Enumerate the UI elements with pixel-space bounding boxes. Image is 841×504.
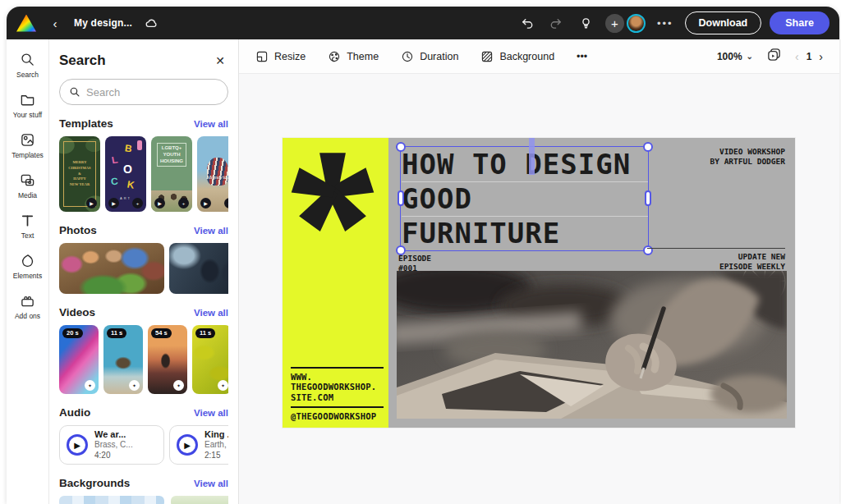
heading-line[interactable]: FURNITURE — [402, 217, 648, 251]
woodworking-photo[interactable] — [397, 271, 787, 419]
audio-view-all-link[interactable]: View all — [194, 408, 228, 418]
add-icon[interactable]: + — [224, 198, 228, 208]
resize-handle-top-left[interactable] — [396, 142, 406, 152]
website-block[interactable]: WWW. THEGOODWORKSHOP. SITE.COM @THEGOODW… — [291, 367, 384, 422]
resize-handle-right[interactable] — [645, 190, 651, 206]
left-rail: Search Your stuff Templates Media Text E… — [7, 39, 49, 504]
backgrounds-view-all-link[interactable]: View all — [194, 479, 228, 488]
audio-card[interactable]: ▶ King ... Earth, C... 2:15 — [169, 425, 228, 465]
play-audio-button[interactable]: ▶ — [177, 434, 198, 456]
previous-page-button[interactable]: ‹ — [795, 51, 799, 62]
sidebar-item-media[interactable]: Media — [18, 172, 37, 199]
favorite-icon[interactable]: ✦ — [218, 380, 228, 391]
chevron-down-icon: ⌄ — [747, 52, 753, 61]
user-avatar[interactable] — [627, 14, 646, 33]
sidebar-item-templates[interactable]: Templates — [11, 132, 44, 159]
toolbar-more-button[interactable]: ••• — [577, 51, 587, 62]
undo-button[interactable] — [517, 12, 538, 34]
add-collaborator-button[interactable]: + — [605, 14, 624, 33]
ideas-lightbulb-button[interactable] — [576, 12, 597, 34]
design-canvas[interactable]: WWW. THEGOODWORKSHOP. SITE.COM @THEGOODW… — [283, 138, 795, 428]
download-button[interactable]: Download — [685, 11, 762, 34]
template-card-christmas[interactable]: MERRY CHRISTMAS & HAPPY NEW YEAR ▶ — [59, 136, 100, 212]
video-card[interactable]: 11 s ✦ — [103, 325, 143, 394]
heading-text-element[interactable]: HOW TO DESIGN GOOD FURNITURE — [402, 148, 648, 251]
background-card[interactable] — [59, 496, 164, 504]
photos-view-all-link[interactable]: View all — [194, 226, 228, 236]
back-button[interactable]: ‹ — [44, 12, 66, 34]
search-input[interactable] — [86, 86, 209, 99]
resize-handle-top-right[interactable] — [643, 142, 653, 152]
template-card-block-party[interactable]: B L O C K ART ▶ + — [105, 136, 146, 212]
template-card-memorial[interactable]: Memorial ▶ + — [197, 136, 228, 212]
duration-badge: 11 s — [107, 328, 126, 338]
audio-card[interactable]: ▶ We ar... Brass, C... 4:20 — [59, 425, 164, 465]
design-yellow-panel[interactable]: WWW. THEGOODWORKSHOP. SITE.COM @THEGOODW… — [283, 138, 388, 428]
background-card[interactable] — [171, 496, 228, 504]
redo-button[interactable] — [546, 12, 568, 34]
add-icon[interactable]: + — [178, 198, 189, 208]
search-input-wrap[interactable] — [59, 79, 228, 105]
sidebar-item-search[interactable]: Search — [16, 52, 39, 79]
heading-line[interactable]: HOW TO DESIGN — [402, 148, 648, 182]
elements-icon — [20, 253, 35, 268]
theme-palette-icon — [328, 50, 341, 63]
design-gray-panel[interactable]: VIDEO WORKSHOP BY ARTFUL DODGER HOW TO D… — [388, 138, 795, 428]
video-card[interactable]: 20 s ✦ — [59, 325, 99, 394]
website-url-text[interactable]: WWW. THEGOODWORKSHOP. SITE.COM — [291, 372, 384, 402]
photo-card-office-meeting[interactable] — [169, 243, 228, 294]
theme-button[interactable]: Theme — [328, 50, 379, 63]
resize-button[interactable]: Resize — [255, 50, 306, 63]
template-card-lgbtq-housing[interactable]: LGBTQ+ YOUTH HOUSING ▶ + — [151, 136, 192, 212]
templates-view-all-link[interactable]: View all — [194, 119, 228, 129]
videos-section-title: Videos — [59, 306, 95, 318]
favorite-icon[interactable]: ✦ — [129, 380, 140, 391]
workspace[interactable]: WWW. THEGOODWORKSHOP. SITE.COM @THEGOODW… — [239, 74, 839, 504]
workshop-credit-text[interactable]: VIDEO WORKSHOP BY ARTFUL DODGER — [710, 147, 785, 167]
video-card[interactable]: 11 s ✦ — [192, 325, 228, 394]
resize-handle-bottom-right[interactable] — [643, 245, 653, 255]
videos-view-all-link[interactable]: View all — [194, 308, 228, 318]
audio-section-title: Audio — [59, 406, 90, 419]
bottle-graphic — [137, 140, 142, 150]
next-page-button[interactable]: › — [819, 51, 823, 62]
resize-handle-left[interactable] — [398, 190, 404, 206]
play-audio-button[interactable]: ▶ — [67, 434, 88, 456]
video-card[interactable]: 54 s ✦ — [148, 325, 187, 394]
play-icon[interactable]: ▶ — [108, 198, 119, 208]
duration-button[interactable]: Duration — [401, 50, 458, 63]
play-icon[interactable]: ▶ — [86, 198, 97, 208]
heading-line[interactable]: GOOD — [402, 182, 648, 217]
add-icon[interactable]: + — [132, 198, 143, 208]
timeline-view-button[interactable] — [766, 47, 782, 66]
canvas-column: Resize Theme Duration Background ••• — [239, 39, 839, 504]
add-ons-icon — [20, 293, 35, 309]
background-button[interactable]: Background — [480, 50, 554, 63]
template-card-text: LGBTQ+ YOUTH HOUSING — [157, 143, 186, 167]
backgrounds-section-title: Backgrounds — [59, 477, 130, 489]
update-note-text[interactable]: UPDATE NEW EPISODE WEEKLY — [719, 252, 785, 272]
asterisk-graphic[interactable] — [289, 146, 376, 238]
social-handle-text[interactable]: @THEGOODWORKSHOP — [291, 411, 384, 421]
resize-icon — [255, 50, 269, 63]
play-icon[interactable]: ▶ — [200, 198, 211, 208]
close-panel-button[interactable]: ✕ — [212, 53, 228, 69]
sidebar-item-add-ons[interactable]: Add ons — [15, 293, 40, 320]
share-button[interactable]: Share — [770, 11, 830, 34]
photo-card-family-cooking[interactable] — [59, 243, 164, 294]
cloud-sync-icon[interactable] — [140, 12, 162, 34]
adobe-express-logo-icon[interactable] — [16, 15, 36, 32]
template-cards-row: MERRY CHRISTMAS & HAPPY NEW YEAR ▶ B L O… — [59, 136, 228, 212]
sidebar-item-elements[interactable]: Elements — [13, 253, 42, 280]
more-options-button[interactable]: ••• — [654, 17, 677, 30]
sidebar-item-your-stuff[interactable]: Your stuff — [13, 92, 42, 119]
play-icon[interactable]: ▶ — [154, 198, 165, 208]
favorite-icon[interactable]: ✦ — [173, 380, 184, 391]
zoom-control[interactable]: 100% ⌄ — [717, 51, 753, 62]
document-title[interactable]: My design... — [74, 17, 132, 29]
photo-cards-row — [59, 243, 228, 294]
text-icon — [20, 213, 35, 228]
favorite-icon[interactable]: ✦ — [85, 380, 95, 391]
sidebar-item-text[interactable]: Text — [20, 213, 35, 240]
photos-section-title: Photos — [59, 224, 97, 236]
